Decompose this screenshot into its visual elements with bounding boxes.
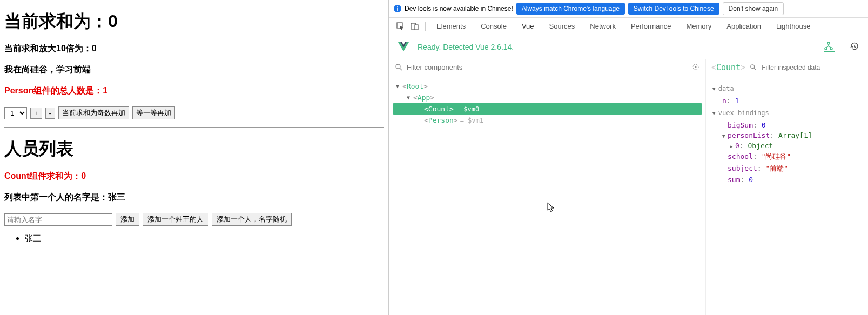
tentimes-line: 当前求和放大10倍为：0	[4, 43, 384, 55]
add-random-button[interactable]: 添加一个人，名字随机	[212, 213, 292, 226]
language-notice-bar: i DevTools is now available in Chinese! …	[389, 0, 868, 18]
data-section-header[interactable]: data	[712, 85, 862, 92]
odd-add-button[interactable]: 当前求和为奇数再加	[58, 106, 129, 119]
plus-button[interactable]: +	[30, 108, 42, 119]
prop-school[interactable]: school: "尚硅谷"	[712, 151, 862, 163]
components-tab-icon[interactable]	[824, 42, 835, 52]
prop-sum[interactable]: sum: 0	[712, 175, 862, 185]
minus-button[interactable]: -	[45, 108, 55, 119]
divider	[4, 127, 384, 128]
sum-heading: 当前求和为：0	[4, 10, 384, 33]
dismiss-notice-button[interactable]: Don't show again	[723, 2, 784, 15]
tree-node-app[interactable]: ▼<App>	[393, 92, 702, 103]
svg-point-4	[825, 48, 827, 50]
filter-components-input[interactable]	[407, 63, 687, 71]
add-button[interactable]: 添加	[116, 213, 139, 226]
svg-point-3	[827, 42, 830, 44]
school-line: 我在尚硅谷，学习前端	[4, 64, 384, 76]
tree-node-person[interactable]: <Person> = $vm1	[393, 115, 702, 126]
tree-filter-bar	[389, 59, 705, 75]
inspected-component-name: <Count>	[711, 63, 745, 72]
svg-point-9	[695, 66, 697, 68]
svg-rect-2	[415, 25, 418, 30]
tab-console[interactable]: Console	[473, 18, 514, 35]
prop-personlist-0[interactable]: ▶0: Object	[712, 140, 862, 151]
first-name-line: 列表中第一个人的名字是：张三	[4, 192, 384, 203]
tab-sources[interactable]: Sources	[542, 18, 583, 35]
prop-bigsum[interactable]: bigSum: 0	[712, 120, 862, 130]
add-wang-button[interactable]: 添加一个姓王的人	[143, 213, 208, 226]
tab-elements[interactable]: Elements	[429, 18, 473, 35]
svg-point-10	[751, 65, 755, 69]
component-tree: ▼<Root> ▼<App> <Count> = $vm0 <Person> =…	[389, 75, 705, 131]
person-total-line: Person组件的总人数是：1	[4, 85, 384, 97]
increment-select[interactable]: 1	[4, 107, 27, 119]
notice-text: DevTools is now available in Chinese!	[405, 5, 513, 12]
device-toolbar-icon[interactable]	[410, 22, 420, 31]
component-tree-panel: ▼<Root> ▼<App> <Count> = $vm0 <Person> =…	[389, 59, 706, 315]
info-icon: i	[394, 5, 401, 12]
filter-inspected-input[interactable]	[762, 64, 863, 71]
inspect-body: data n: 1 vuex bindings bigSum: 0 ▼perso…	[706, 76, 868, 190]
tab-lighthouse[interactable]: Lighthouse	[769, 18, 818, 35]
person-input-row: 添加 添加一个姓王的人 添加一个人，名字随机	[4, 213, 384, 226]
devtools-tab-bar: Elements Console Vue Sources Network Per…	[389, 18, 868, 35]
tab-vue[interactable]: Vue	[514, 18, 542, 35]
app-pane: 当前求和为：0 当前求和放大10倍为：0 我在尚硅谷，学习前端 Person组件…	[0, 0, 389, 315]
vue-status-text: Ready. Detected Vue 2.6.14.	[418, 43, 514, 51]
vue-panel-body: ▼<Root> ▼<App> <Count> = $vm0 <Person> =…	[389, 59, 868, 315]
count-controls: 1 + - 当前求和为奇数再加 等一等再加	[4, 106, 384, 119]
name-input[interactable]	[4, 213, 112, 226]
tree-node-count[interactable]: <Count> = $vm0	[393, 103, 702, 115]
switch-chinese-button[interactable]: Switch DevTools to Chinese	[628, 3, 719, 15]
svg-line-7	[400, 68, 402, 70]
vue-panel-header: Ready. Detected Vue 2.6.14.	[389, 35, 868, 59]
tree-node-root[interactable]: ▼<Root>	[393, 81, 702, 92]
wait-add-button[interactable]: 等一等再加	[132, 106, 175, 119]
history-icon[interactable]	[850, 42, 860, 52]
svg-line-11	[754, 68, 756, 70]
prop-n[interactable]: n: 1	[712, 96, 862, 106]
inspect-header: <Count>	[706, 59, 868, 76]
tab-divider	[425, 22, 426, 31]
person-list: 张三	[25, 233, 384, 244]
search-icon	[750, 64, 757, 71]
list-title: 人员列表	[4, 137, 384, 161]
svg-point-5	[830, 48, 832, 50]
prop-personlist[interactable]: ▼personList: Array[1]	[712, 130, 862, 140]
prop-subject[interactable]: subject: "前端"	[712, 163, 862, 175]
count-sum-line: Count组件求和为：0	[4, 171, 384, 182]
vuex-section-header[interactable]: vuex bindings	[712, 109, 862, 117]
tab-performance[interactable]: Performance	[623, 18, 678, 35]
list-item: 张三	[25, 233, 384, 244]
svg-point-6	[396, 64, 400, 69]
tab-application[interactable]: Application	[719, 18, 769, 35]
select-component-icon[interactable]	[691, 63, 700, 71]
search-icon	[395, 63, 402, 71]
tab-network[interactable]: Network	[582, 18, 623, 35]
devtools-pane: i DevTools is now available in Chinese! …	[389, 0, 868, 315]
tab-memory[interactable]: Memory	[678, 18, 719, 35]
inspect-element-icon[interactable]	[396, 22, 406, 31]
vue-logo-icon	[397, 41, 410, 53]
match-language-button[interactable]: Always match Chrome's language	[516, 3, 625, 15]
inspect-panel: <Count> data n: 1 vuex bindings bigSum: …	[706, 59, 868, 315]
